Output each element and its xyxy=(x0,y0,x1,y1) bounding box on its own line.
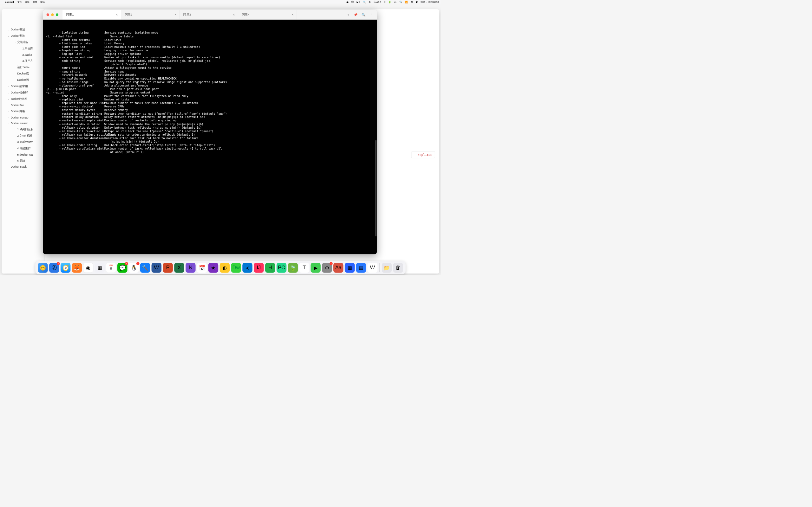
wifi-icon[interactable]: 📶 xyxy=(405,1,408,3)
dock-launchpad[interactable]: ▦ xyxy=(95,263,104,273)
input-method-icon[interactable]: Ⓐ ABC xyxy=(374,0,381,3)
dock-wps[interactable]: W xyxy=(367,263,377,273)
sidebar-item[interactable]: 2.packa xyxy=(2,52,44,58)
dock-dreamweaver[interactable]: Dw xyxy=(231,263,241,273)
pin-icon[interactable]: 📌 xyxy=(354,13,357,16)
terminal-tab[interactable]: 阿里3✕ xyxy=(180,10,238,19)
sidebar-item[interactable]: ›docker数据卷 xyxy=(2,96,44,102)
dock-calendar[interactable]: 周四6 xyxy=(106,263,116,273)
w-app-icon[interactable]: Ⓦ xyxy=(351,0,354,3)
terminal-line: --name stringService name xyxy=(46,70,374,73)
scrollbar[interactable] xyxy=(375,140,376,236)
sidebar-item[interactable]: Docker阿 xyxy=(2,77,44,83)
creative-cloud-icon[interactable]: ⊚ xyxy=(368,1,371,3)
dock-excel[interactable]: X xyxy=(174,263,184,273)
spotlight-icon[interactable]: 🔍 xyxy=(399,1,402,3)
dock-onenote[interactable]: N xyxy=(186,263,195,273)
siri-icon[interactable]: ◐ xyxy=(416,1,418,3)
dock-chrome[interactable]: ◉ xyxy=(84,263,93,273)
code-icon[interactable]: <> xyxy=(394,1,397,3)
option-description: Maximum number of tasks rolled back simu… xyxy=(104,147,374,151)
dock-trash[interactable]: 🗑 xyxy=(393,263,403,273)
minimize-icon[interactable] xyxy=(51,13,54,16)
tab-close-icon[interactable]: ✕ xyxy=(174,13,177,16)
wechat-status-icon[interactable]: ☯ 4 xyxy=(356,1,360,3)
sidebar-item[interactable]: 5.docker sw xyxy=(2,152,44,158)
tab-close-icon[interactable]: ✕ xyxy=(292,13,294,16)
dock-hbuilder[interactable]: H xyxy=(265,263,275,273)
sidebar-item[interactable]: ›Docker compo xyxy=(2,115,44,120)
sidebar-item[interactable]: DockerFile xyxy=(2,102,44,108)
dock-quicktime[interactable]: ▶ xyxy=(310,263,320,273)
menu-window[interactable]: 窗口 xyxy=(33,0,37,3)
terminal-line: --placement-pref prefAdd a placement pre… xyxy=(46,84,374,88)
more-icon[interactable]: ⋮ xyxy=(369,13,373,16)
option-flag: --name string xyxy=(46,70,104,73)
sidebar-item[interactable]: ›Docker镜像解 xyxy=(2,90,44,96)
dock-xcode[interactable]: 🔨 xyxy=(140,263,150,273)
dock-settings[interactable]: ⚙1 xyxy=(322,263,332,273)
sidebar-item[interactable]: 3.使用方 xyxy=(2,58,44,64)
sidebar-item[interactable]: 1.购买四台服 xyxy=(2,126,44,133)
dock-word[interactable]: W xyxy=(152,263,161,273)
sidebar-item[interactable]: Docker底 xyxy=(2,71,44,77)
sidebar-item[interactable]: 4.搭建集群 xyxy=(2,146,44,152)
outline-sidebar[interactable]: ›Docker概述⌄Docker安装⌄安装准备1.用仓库2.packa3.使用方… xyxy=(2,9,45,274)
sidebar-item[interactable]: ›Docker的常用 xyxy=(2,83,44,90)
maximize-icon[interactable] xyxy=(56,13,58,16)
dock-intellij[interactable]: IJ xyxy=(254,263,264,273)
option-description: Attach a filesystem mount to the service xyxy=(104,66,374,70)
sidebar-item[interactable]: 6.总结 xyxy=(2,158,44,164)
dock-calendar2[interactable]: 📅 xyxy=(197,263,207,273)
dock-finder[interactable]: 😊 xyxy=(38,263,48,273)
dock-grid-app[interactable]: ▦ xyxy=(345,263,355,273)
sidebar-item[interactable]: Docker stack xyxy=(2,164,44,170)
menu-file[interactable]: 文件 xyxy=(17,0,22,3)
sidebar-item[interactable]: ›Docker概述 xyxy=(2,26,44,33)
control-center-icon[interactable]: ⚙ xyxy=(411,1,413,3)
terminal-output[interactable]: --isolation stringService container isol… xyxy=(43,20,377,255)
bluetooth-icon[interactable]: ᛒ xyxy=(384,1,386,3)
sidebar-item[interactable]: ⌄Docker swarm xyxy=(2,120,44,126)
dock-vscode[interactable]: ≺ xyxy=(242,263,252,273)
terminal-line: --rollback-failure-action stringAction o… xyxy=(46,130,374,133)
search-icon[interactable]: 🔍 xyxy=(362,13,365,16)
dock-safari[interactable]: 🧭 xyxy=(61,263,70,273)
dock-typora[interactable]: T xyxy=(299,263,309,273)
sidebar-item[interactable]: 2.为4台机器 xyxy=(2,133,44,139)
dock-pycharm[interactable]: PC xyxy=(276,263,287,273)
sidebar-item[interactable]: 3.查看swarm xyxy=(2,139,44,146)
dock-imovie[interactable]: ★ xyxy=(208,263,218,273)
dock-qq[interactable]: 🐧1 xyxy=(129,263,139,273)
sidebar-item-label: 安装准备 xyxy=(17,41,28,44)
close-icon[interactable] xyxy=(47,13,49,16)
dock-powerpoint[interactable]: P xyxy=(163,263,172,273)
sidebar-item[interactable]: ›Docker网络 xyxy=(2,108,44,115)
dock-dictionary[interactable]: Aa xyxy=(334,263,343,273)
menu-help[interactable]: 帮助 xyxy=(40,0,45,3)
battery-icon[interactable]: 🔋 xyxy=(388,1,391,3)
terminal-tab[interactable]: 阿里4✕ xyxy=(238,10,297,19)
search-small-icon[interactable]: 🔍 xyxy=(363,1,366,3)
dock-spring[interactable]: 🍃 xyxy=(288,263,298,273)
terminal-tab[interactable]: 阿里1✕ xyxy=(62,10,121,19)
dock-numbers[interactable]: ▤ xyxy=(356,263,366,273)
dock-firefox[interactable]: 🦊 xyxy=(72,263,82,273)
dock-wechat[interactable]: 💬4 xyxy=(117,263,127,273)
option-flag: --reserve-cpu decimal xyxy=(46,105,104,108)
menu-edit[interactable]: 编辑 xyxy=(25,0,30,3)
terminal-tab[interactable]: 阿里2✕ xyxy=(121,10,180,19)
dock-yellow-app[interactable]: ◐ xyxy=(220,263,230,273)
new-tab-button[interactable]: ＋ xyxy=(347,13,350,17)
tab-close-icon[interactable]: ✕ xyxy=(233,13,235,16)
dock-folder[interactable]: 📁 xyxy=(382,263,392,273)
record-icon[interactable]: ◉ xyxy=(346,1,349,3)
clock[interactable]: 5月6日 周四 08:55 xyxy=(420,0,439,3)
app-name[interactable]: nuoshell xyxy=(5,1,14,3)
sidebar-item[interactable]: 1.用仓库 xyxy=(2,46,44,52)
tab-close-icon[interactable]: ✕ xyxy=(116,13,118,16)
sidebar-item[interactable]: 运行hello- xyxy=(2,64,44,71)
sidebar-item[interactable]: ⌄安装准备 xyxy=(2,39,44,46)
sidebar-item[interactable]: ⌄Docker安装 xyxy=(2,33,44,39)
dock-appstore[interactable]: Ⓐ1 xyxy=(49,263,59,273)
